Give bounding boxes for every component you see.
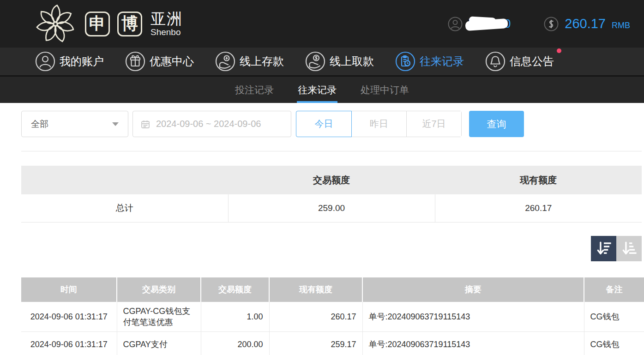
logo-subtitle: Shenbo: [150, 28, 183, 36]
quick-range-group: 今日 昨日 近7日: [296, 111, 462, 137]
sort-ascending-button[interactable]: [616, 236, 642, 261]
nav-label: 往来记录: [420, 54, 464, 69]
tab-transaction-records[interactable]: 往来记录: [297, 77, 337, 103]
cell-type: CGPAY-CG钱包支付笔笔送优惠: [117, 302, 201, 332]
user-icon: [448, 17, 463, 31]
sort-descending-button[interactable]: [591, 236, 616, 261]
cell-balance: 259.17: [269, 332, 362, 355]
category-selected-value: 全部: [31, 118, 48, 130]
records-table: 时间 交易类别 交易额度 现有额度 摘要 备注 2024-09-06 01:31…: [21, 277, 644, 355]
tab-pending-orders[interactable]: 处理中订单: [360, 77, 410, 103]
cell-summary: 单号:202409063719115143: [362, 332, 584, 355]
quick-range-yesterday[interactable]: 昨日: [351, 111, 406, 137]
table-row: 2024-09-06 01:31:17 CGPAY支付 200.00 259.1…: [21, 332, 644, 355]
nav-item-withdraw[interactable]: 线上取款: [305, 51, 378, 72]
sort-controls: [21, 236, 642, 261]
withdraw-icon: [305, 51, 325, 72]
account-info[interactable]: ber3500: [448, 17, 511, 31]
summary-header-transaction: 交易额度: [228, 166, 435, 194]
cell-time: 2024-09-06 01:31:17: [21, 302, 117, 332]
summary-total-label: 总计: [21, 194, 228, 222]
bell-icon: [485, 51, 506, 72]
cell-time: 2024-09-06 01:31:17: [21, 332, 117, 355]
nav-item-deposit[interactable]: 线上存款: [215, 51, 288, 72]
records-icon: [395, 51, 415, 72]
cell-amount: 200.00: [201, 332, 269, 355]
redaction-overlay-2: [469, 16, 496, 24]
balance-info[interactable]: 260.17 RMB: [544, 16, 630, 31]
nav-item-promotions[interactable]: 优惠中心: [125, 51, 198, 72]
logo: 申 博 亚洲 Shenbo: [33, 3, 183, 45]
dollar-coin-icon: [544, 17, 559, 31]
logo-char-shen: 申: [85, 12, 110, 36]
table-row: 2024-09-06 01:31:17 CGPAY-CG钱包支付笔笔送优惠 1.…: [21, 302, 644, 332]
search-button[interactable]: 查询: [469, 111, 524, 137]
cell-note: CG钱包: [584, 332, 644, 355]
balance-amount: 260.17: [565, 16, 606, 31]
logo-region: 亚洲: [150, 11, 183, 26]
nav-item-my-account[interactable]: 我的账户: [35, 51, 108, 72]
tab-betting-records[interactable]: 投注记录: [234, 77, 275, 103]
summary-header-balance: 现有额度: [435, 166, 642, 194]
nav-label: 优惠中心: [150, 54, 194, 69]
cell-type: CGPAY支付: [117, 332, 201, 355]
sub-nav: 投注记录 往来记录 处理中订单: [0, 77, 644, 103]
page: 申 博 亚洲 Shenbo ber3500: [0, 0, 644, 355]
nav-item-announcements[interactable]: 信息公告: [485, 51, 558, 72]
summary-table: 交易额度 现有额度 总计 259.00 260.17: [21, 166, 642, 223]
divider: [21, 151, 642, 151]
summary-header-row: 交易额度 现有额度: [21, 166, 642, 194]
quick-range-last7days[interactable]: 近7日: [406, 111, 461, 137]
date-range-input[interactable]: 2024-09-06 ~ 2024-09-06: [132, 111, 291, 137]
nav-label: 我的账户: [60, 54, 104, 69]
quick-range-today[interactable]: 今日: [296, 111, 352, 137]
nav-item-transaction-records[interactable]: 往来记录: [395, 51, 468, 72]
account-icon: [35, 51, 55, 72]
nav-label: 信息公告: [510, 54, 554, 69]
cell-summary: 单号:202409063719115143: [362, 302, 584, 332]
content: 全部 2024-09-06 ~ 2024-09-06 今日 昨日 近7日 查询: [0, 103, 644, 355]
cell-balance: 260.17: [269, 302, 362, 332]
col-header-time: 时间: [21, 277, 117, 302]
gift-icon: [125, 51, 145, 72]
sort-descending-icon: [596, 241, 612, 256]
col-header-amount: 交易额度: [201, 277, 269, 302]
summary-header-empty: [21, 166, 228, 194]
deposit-icon: [215, 51, 235, 72]
date-range-value: 2024-09-06 ~ 2024-09-06: [156, 119, 261, 129]
topbar-right: ber3500 260.17 RMB: [448, 16, 630, 31]
logo-char-bo: 博: [117, 12, 142, 36]
currency-label: RMB: [612, 18, 630, 30]
col-header-type: 交易类别: [117, 277, 201, 302]
category-select[interactable]: 全部: [21, 111, 128, 137]
logo-text: 亚洲 Shenbo: [150, 11, 183, 36]
topbar: 申 博 亚洲 Shenbo ber3500: [0, 0, 644, 48]
summary-total-transaction: 259.00: [228, 194, 435, 222]
cell-amount: 1.00: [201, 302, 269, 332]
col-header-note: 备注: [584, 277, 644, 302]
sort-ascending-icon: [621, 241, 637, 256]
summary-total-row: 总计 259.00 260.17: [21, 194, 642, 222]
nav-label: 线上取款: [330, 54, 374, 69]
cell-note: CG钱包: [584, 302, 644, 332]
chevron-down-icon: [112, 122, 119, 126]
filter-row: 全部 2024-09-06 ~ 2024-09-06 今日 昨日 近7日 查询: [21, 111, 644, 137]
summary-total-balance: 260.17: [435, 194, 642, 222]
col-header-balance: 现有额度: [269, 277, 362, 302]
calendar-icon: [140, 119, 150, 129]
nav-label: 线上存款: [240, 54, 284, 69]
records-header-row: 时间 交易类别 交易额度 现有额度 摘要 备注: [21, 277, 644, 302]
notification-dot: [557, 48, 561, 53]
flower-logo-icon: [33, 3, 78, 45]
col-header-summary: 摘要: [362, 277, 584, 302]
main-nav: 我的账户 优惠中心 线上存款: [0, 48, 644, 77]
